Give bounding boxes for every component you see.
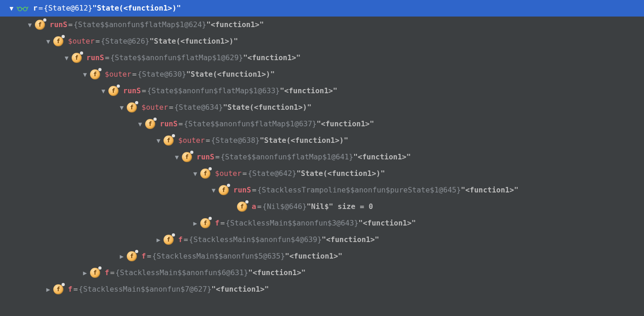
equals-sign: = [252, 182, 257, 198]
field-icon: f [127, 102, 137, 113]
variable-type: {State$$anonfun$flatMap$1@641} [220, 149, 353, 165]
variable-value: "<function1>" [358, 215, 416, 231]
variable-value: "<function1>" [206, 17, 264, 33]
equals-sign: = [132, 66, 137, 83]
tree-row[interactable]: ▶ff = {StacklessMain$$anonfun$4@639} "<f… [0, 231, 644, 248]
variable-name: runS [197, 149, 215, 165]
variable-type: {State@634} [174, 99, 223, 116]
variable-name: r [33, 0, 38, 17]
equals-sign: = [220, 215, 225, 231]
variable-type: {StacklessMain$$anonfun$4@639} [189, 231, 322, 248]
svg-point-0 [18, 7, 22, 11]
tree-row[interactable]: fa = {Nil$@646} "Nil$" size = 0 [0, 198, 644, 215]
expand-collapse-icon[interactable]: ▼ [82, 66, 88, 83]
field-icon: f [200, 169, 210, 179]
field-icon: f [72, 53, 82, 63]
expand-collapse-icon[interactable]: ▼ [8, 0, 15, 17]
equals-sign: = [96, 33, 100, 50]
watch-icon [17, 3, 28, 13]
equals-sign: = [142, 83, 147, 99]
expand-collapse-icon[interactable]: ▼ [27, 17, 33, 33]
expand-collapse-icon[interactable]: ▶ [192, 215, 198, 231]
variable-value: "<function1>" [322, 231, 379, 248]
variable-name: $outer [68, 33, 95, 50]
field-icon: f [53, 284, 63, 294]
variable-type: {State$$anonfun$flatMap$1@624} [73, 17, 206, 33]
tree-row[interactable]: ▼frunS = {State$$anonfun$flatMap$1@637} … [0, 116, 644, 132]
expand-collapse-icon[interactable]: ▼ [137, 116, 143, 132]
variable-name: runS [50, 17, 68, 33]
variable-type: {State@612} [44, 0, 92, 17]
variable-value: "State(<function1>)" [223, 99, 311, 116]
tree-row[interactable]: ▼f$outer = {State@630} "State(<function1… [0, 66, 644, 83]
tree-row[interactable]: ▶ff = {StacklessMain$$anonfun$6@631} "<f… [0, 265, 644, 281]
variable-type: {State@626} [101, 33, 149, 50]
equals-sign: = [169, 99, 174, 116]
variable-type: {StacklessMain$$anonfun$3@643} [226, 215, 358, 231]
field-icon: f [53, 36, 63, 46]
expand-collapse-icon[interactable]: ▼ [45, 33, 51, 50]
field-icon: f [237, 202, 247, 212]
tree-row[interactable]: ▼f$outer = {State@626} "State(<function1… [0, 33, 644, 50]
variable-name: f [215, 215, 220, 231]
variable-name: f [141, 248, 146, 265]
field-icon: f [90, 69, 100, 79]
variable-value: "<function1>" [461, 182, 518, 198]
tree-row[interactable]: ▼f$outer = {State@634} "State(<function1… [0, 99, 644, 116]
svg-point-1 [23, 7, 27, 11]
equals-sign: = [68, 17, 73, 33]
variable-type: {State@630} [137, 66, 186, 83]
tree-row[interactable]: ▶ff = {StacklessMain$$anonfun$7@627} "<f… [0, 281, 644, 298]
expand-collapse-icon[interactable]: ▼ [192, 165, 198, 182]
tree-row[interactable]: ▼frunS = {State$$anonfun$flatMap$1@641} … [0, 149, 644, 165]
variable-name: $outer [141, 99, 168, 116]
variable-type: {StacklessTrampoline$$anonfun$pureState$… [257, 182, 461, 198]
variable-type: {StacklessMain$$anonfun$5@635} [152, 248, 285, 265]
variable-name: f [178, 231, 183, 248]
equals-sign: = [39, 0, 43, 17]
tree-row[interactable]: ▼frunS = {State$$anonfun$flatMap$1@633} … [0, 83, 644, 99]
equals-sign: = [257, 198, 262, 215]
tree-row[interactable]: ▶ff = {StacklessMain$$anonfun$3@643} "<f… [0, 215, 644, 231]
variable-value: "State(<function1>)" [149, 33, 238, 50]
variable-type: {State$$anonfun$flatMap$1@637} [184, 116, 316, 132]
expand-collapse-icon[interactable]: ▼ [63, 50, 70, 66]
variable-type: {StacklessMain$$anonfun$6@631} [115, 265, 248, 281]
expand-collapse-icon[interactable]: ▶ [45, 281, 51, 298]
variable-type: {Nil$@646} [262, 198, 306, 215]
tree-row[interactable]: ▼frunS = {State$$anonfun$flatMap$1@629} … [0, 50, 644, 66]
variable-value: "Nil$" size = 0 [307, 198, 373, 215]
field-icon: f [35, 20, 45, 30]
equals-sign: = [184, 231, 188, 248]
tree-row[interactable]: ▼f$outer = {State@642} "State(<function1… [0, 165, 644, 182]
variable-value: "<function1>" [211, 281, 269, 298]
expand-collapse-icon[interactable]: ▼ [210, 182, 217, 198]
field-icon: f [182, 152, 192, 162]
tree-row[interactable]: ▼frunS = {State$$anonfun$flatMap$1@624} … [0, 17, 644, 33]
tree-row[interactable]: ▶ff = {StacklessMain$$anonfun$5@635} "<f… [0, 248, 644, 265]
equals-sign: = [110, 265, 115, 281]
variable-type: {State@638} [211, 132, 260, 149]
field-icon: f [127, 251, 137, 261]
variable-name: runS [86, 50, 104, 66]
expand-collapse-icon[interactable]: ▶ [119, 248, 125, 265]
variable-type: {State$$anonfun$flatMap$1@629} [110, 50, 243, 66]
expand-collapse-icon[interactable]: ▼ [174, 149, 180, 165]
tree-row[interactable]: ▼frunS = {StacklessTrampoline$$anonfun$p… [0, 182, 644, 198]
variable-name: f [105, 265, 109, 281]
variable-name: $outer [215, 165, 242, 182]
variable-type: {State$$anonfun$flatMap$1@633} [147, 83, 280, 99]
expand-collapse-icon[interactable]: ▼ [119, 99, 125, 116]
equals-sign: = [206, 132, 210, 149]
field-icon: f [145, 119, 155, 129]
field-icon: f [164, 235, 174, 245]
expand-collapse-icon[interactable]: ▶ [155, 231, 162, 248]
variable-value: "<function1>" [280, 83, 337, 99]
tree-row[interactable]: ▼f$outer = {State@638} "State(<function1… [0, 132, 644, 149]
expand-collapse-icon[interactable]: ▶ [82, 265, 88, 281]
expand-collapse-icon[interactable]: ▼ [100, 83, 107, 99]
variable-value: "State(<function1>)" [92, 0, 181, 17]
variable-value: "State(<function1>)" [186, 66, 275, 83]
tree-row[interactable]: ▼r = {State@612} "State(<function1>)" [0, 0, 644, 17]
expand-collapse-icon[interactable]: ▼ [155, 132, 162, 149]
